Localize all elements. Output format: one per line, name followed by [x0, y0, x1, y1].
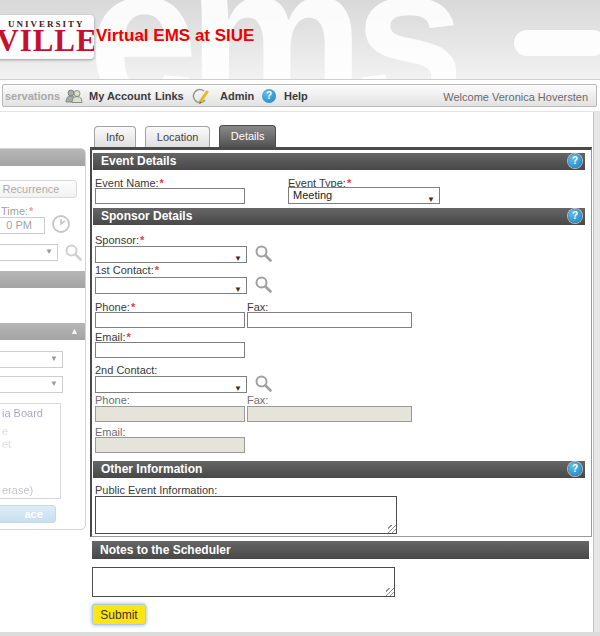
- second-contact-label: 2nd Contact:: [95, 364, 157, 376]
- help-icon[interactable]: ?: [568, 462, 582, 476]
- tab-location[interactable]: Location: [145, 126, 211, 148]
- recurrence-button[interactable]: Recurrence: [0, 180, 77, 198]
- time-label: Time:*: [1, 205, 33, 217]
- navbar: servations My Account Links Admin ? Help…: [2, 84, 597, 107]
- nav-help[interactable]: Help: [284, 90, 308, 102]
- sidebar-select[interactable]: ▼: [0, 244, 58, 261]
- chevron-down-icon: ▼: [234, 282, 242, 297]
- event-type-select[interactable]: Meeting ▼: [288, 187, 440, 204]
- list-item[interactable]: ia Board: [2, 407, 43, 419]
- time-input[interactable]: 0 PM: [0, 217, 45, 234]
- resize-handle[interactable]: [388, 525, 396, 533]
- fax-input[interactable]: [247, 312, 412, 328]
- sidebar-section-header: [0, 149, 85, 166]
- section-title: Event Details: [101, 154, 176, 168]
- main-content: Info Location Details Event Details ? Ev…: [90, 123, 592, 636]
- nav-reservations[interactable]: servations: [5, 90, 60, 102]
- list-item[interactable]: erase): [2, 484, 33, 496]
- event-details-header: Event Details ?: [93, 153, 585, 170]
- nav-my-account[interactable]: My Account: [89, 90, 151, 102]
- when-where-sidebar: Recurrence Time:* 0 PM ▼ ▲ ▼ ▼: [0, 148, 86, 530]
- chevron-down-icon: ▼: [50, 354, 58, 363]
- selected-value: Meeting: [293, 189, 332, 201]
- section-title: Notes to the Scheduler: [100, 543, 231, 557]
- collapse-icon[interactable]: ▲: [70, 326, 79, 336]
- logo-sville-text: SVILLE: [0, 26, 94, 56]
- chevron-down-icon: ▼: [45, 247, 53, 256]
- sponsor-details-header: Sponsor Details ?: [93, 208, 585, 225]
- fax2-label: Fax:: [247, 394, 268, 406]
- search-icon[interactable]: [254, 244, 273, 263]
- fax2-input-disabled: [247, 406, 412, 422]
- tab-bar: Info Location Details: [94, 124, 280, 147]
- search-icon[interactable]: [64, 243, 83, 262]
- search-icon[interactable]: [254, 275, 273, 294]
- chevron-down-icon: ▼: [234, 251, 242, 266]
- clock-icon[interactable]: [51, 214, 71, 238]
- public-event-info-label: Public Event Information:: [95, 484, 217, 496]
- public-event-info-textarea[interactable]: [95, 496, 397, 534]
- second-contact-select[interactable]: ▼: [95, 376, 247, 393]
- phone-input[interactable]: [95, 312, 245, 328]
- tab-details[interactable]: Details: [219, 125, 277, 148]
- welcome-user-text: Welcome Veronica Hoversten: [443, 91, 588, 103]
- siue-logo: UNIVERSITY SVILLE: [0, 15, 94, 59]
- notes-to-scheduler-header: Notes to the Scheduler: [92, 541, 589, 559]
- details-panel: Event Details ? Event Name:* Event Type:…: [90, 147, 592, 537]
- phone2-input-disabled: [95, 406, 245, 422]
- sidebar-select[interactable]: ▼: [0, 351, 63, 368]
- sidebar-setup-header[interactable]: ▲: [0, 323, 85, 340]
- my-account-icon: [65, 88, 83, 104]
- banner: ems UNIVERSITY SVILLE Virtual EMS at SIU…: [0, 0, 600, 80]
- section-title: Other Information: [101, 462, 202, 476]
- sidebar-section-header: [0, 271, 85, 288]
- admin-pencil-icon: [191, 88, 209, 104]
- list-item[interactable]: et: [2, 438, 11, 450]
- event-name-input[interactable]: [95, 188, 245, 204]
- sponsor-label: Sponsor:*: [95, 234, 144, 246]
- right-gutter: [593, 112, 600, 636]
- chevron-down-icon: ▼: [234, 381, 242, 396]
- sponsor-select[interactable]: ▼: [95, 246, 247, 263]
- chevron-down-icon: ▼: [427, 192, 435, 207]
- content-divider: [0, 111, 600, 112]
- phone2-label: Phone:: [95, 394, 130, 406]
- nav-links[interactable]: Links: [155, 90, 184, 102]
- email2-input-disabled: [95, 437, 245, 453]
- help-icon[interactable]: ?: [568, 209, 582, 223]
- other-information-header: Other Information ?: [93, 461, 585, 478]
- chevron-down-icon: ▼: [50, 379, 58, 388]
- first-contact-label: 1st Contact:*: [95, 264, 159, 276]
- banner-decoration-bar: [514, 30, 600, 56]
- page-title: Virtual EMS at SIUE: [96, 26, 254, 46]
- virtual-ems-page: ems UNIVERSITY SVILLE Virtual EMS at SIU…: [0, 0, 600, 636]
- sidebar-select[interactable]: ▼: [0, 376, 63, 393]
- features-listbox[interactable]: ia Board e et erase): [0, 403, 61, 499]
- submit-button[interactable]: Submit: [92, 604, 146, 625]
- resize-handle[interactable]: [386, 588, 394, 596]
- search-icon[interactable]: [254, 374, 273, 393]
- email-input[interactable]: [95, 342, 245, 358]
- first-contact-select[interactable]: ▼: [95, 277, 247, 294]
- list-item[interactable]: e: [2, 425, 8, 437]
- help-icon: ?: [262, 89, 276, 103]
- notes-textarea[interactable]: [92, 567, 395, 597]
- tab-info[interactable]: Info: [94, 126, 136, 148]
- find-space-button[interactable]: ace: [0, 505, 56, 523]
- section-title: Sponsor Details: [101, 209, 192, 223]
- help-icon[interactable]: ?: [568, 154, 582, 168]
- nav-admin[interactable]: Admin: [220, 90, 254, 102]
